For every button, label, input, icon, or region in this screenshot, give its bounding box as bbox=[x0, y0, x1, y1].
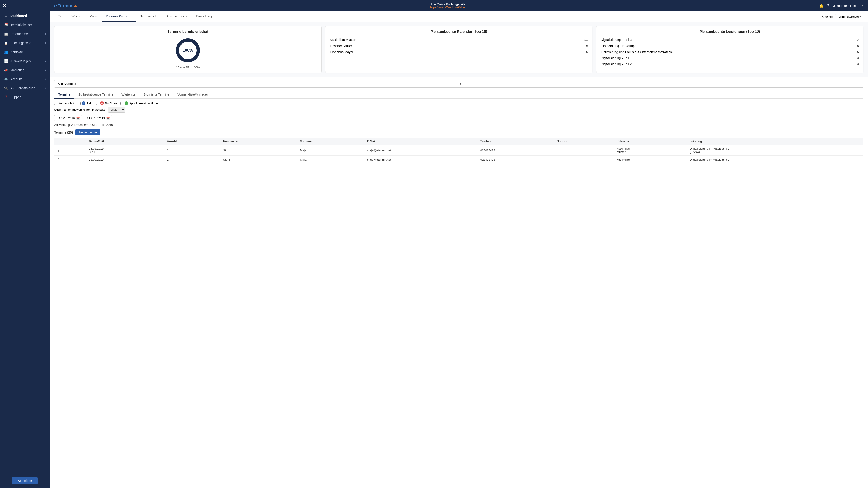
notification-icon[interactable]: 🔔 bbox=[819, 4, 824, 8]
table-cell[interactable]: ⋮ bbox=[54, 156, 87, 164]
table-body: ⋮23.09.201908:001SturzMajamaja@etermin.n… bbox=[54, 145, 864, 164]
service-name: Digitalisierung – Teil 2 bbox=[601, 62, 631, 66]
start-date-value: 09 / 21 / 2019 bbox=[57, 117, 75, 120]
end-date-value: 11 / 01 / 2019 bbox=[87, 117, 105, 120]
table-cell: Sturz bbox=[221, 145, 298, 156]
tab-tag[interactable]: Tag bbox=[54, 11, 68, 22]
table-cell: Sturz bbox=[221, 156, 298, 164]
tab-abwesenheiten[interactable]: Abwesenheiten bbox=[162, 11, 192, 22]
service-list-item: Digitalisierung – Teil 24 bbox=[601, 61, 859, 67]
row-menu-icon[interactable]: ⋮ bbox=[57, 149, 60, 152]
sidebar-item-auswertungen[interactable]: 📊 Auswertungen › bbox=[0, 57, 50, 66]
sidebar-icon-8: 🔌 bbox=[4, 86, 8, 90]
kriterium-select[interactable]: Termin Startdatum Buchungsdatum bbox=[835, 14, 864, 20]
calendar-list: Maximilian Muster11Lieschen Müller9Franz… bbox=[330, 37, 588, 55]
filter-confirmed[interactable]: ✓ Appointment confirmed bbox=[121, 101, 160, 105]
logo: eTermin ☁ bbox=[54, 3, 77, 8]
sidebar-item-kontakte[interactable]: 👥 Kontakte bbox=[0, 47, 50, 57]
filter-kein-attribut-checkbox[interactable] bbox=[54, 102, 57, 105]
start-date-calendar-icon: 📅 bbox=[76, 117, 80, 120]
filter-paid[interactable]: $ Paid bbox=[78, 101, 92, 105]
sub-tab-vormerkliste/anfragen[interactable]: Vormerkliste/Anfragen bbox=[174, 91, 213, 99]
sidebar-label-4: Kontakte bbox=[10, 50, 46, 54]
termine-count: Termine (25) bbox=[54, 131, 73, 134]
service-name: Digitalisierung – Teil 3 bbox=[601, 38, 631, 41]
table-cell: 1 bbox=[165, 156, 221, 164]
table-cell: 023423423 bbox=[478, 156, 555, 164]
tab-woche[interactable]: Woche bbox=[68, 11, 86, 22]
calendar-count: 11 bbox=[584, 38, 588, 41]
user-email[interactable]: video@etermin.net bbox=[833, 4, 857, 7]
row-menu-icon[interactable]: ⋮ bbox=[57, 158, 60, 162]
table-cell bbox=[555, 156, 615, 164]
sidebar-label-2: Unternehmen bbox=[10, 32, 43, 36]
sidebar-label-9: Support bbox=[10, 95, 46, 99]
sidebar-item-account[interactable]: ⚙️ Account › bbox=[0, 74, 50, 84]
help-icon[interactable]: ? bbox=[827, 4, 829, 8]
sidebar-arrow-3: › bbox=[45, 41, 46, 44]
filter-kein-attribut[interactable]: Kein Attribut bbox=[54, 102, 74, 105]
sidebar-arrow-7: › bbox=[45, 77, 46, 80]
sub-tab-warteliste[interactable]: Warteliste bbox=[117, 91, 140, 99]
search-criteria-label: Suchkriterien (gewählte Terminattribute) bbox=[54, 108, 106, 111]
service-count: 5 bbox=[857, 44, 859, 48]
sidebar-item-api-schnittstellen[interactable]: 🔌 API Schnittstellen › bbox=[0, 84, 50, 93]
booking-label: Ihre Online Buchungsseite bbox=[82, 2, 814, 6]
tab-monat[interactable]: Monat bbox=[86, 11, 102, 22]
stat-card-done: Termine bereits erledigt 100% 25 von 25 … bbox=[54, 26, 322, 73]
table-header-Nachname: Nachname bbox=[221, 138, 298, 145]
sidebar-icon-4: 👥 bbox=[4, 50, 8, 54]
logout-button[interactable]: Abmelden bbox=[12, 477, 37, 484]
sidebar-item-buchungsseite[interactable]: 📋 Buchungsseite › bbox=[0, 38, 50, 47]
tab-terminsuche[interactable]: Terminsuche bbox=[136, 11, 162, 22]
table-cell: maja@etermin.net bbox=[365, 156, 478, 164]
sidebar-item-support[interactable]: ❓ Support bbox=[0, 93, 50, 102]
criteria-select[interactable]: UND ODER bbox=[108, 107, 125, 112]
sidebar-icon-0: ⊞ bbox=[4, 13, 8, 18]
sidebar-item-marketing[interactable]: 📣 Marketing › bbox=[0, 66, 50, 74]
start-date-input[interactable]: 09 / 21 / 2019 📅 bbox=[54, 115, 82, 121]
filter-no-show-checkbox[interactable] bbox=[96, 102, 99, 105]
sidebar-item-unternehmen[interactable]: 🏢 Unternehmen › bbox=[0, 29, 50, 38]
close-icon[interactable]: ✕ bbox=[3, 3, 6, 8]
sidebar: ✕ ⊞ Dashboard 📅 Terminkalender 🏢 Unterne… bbox=[0, 0, 50, 488]
sidebar-label-3: Buchungsseite bbox=[10, 41, 43, 45]
sub-tab-stornierte-termine[interactable]: Stornierte Termine bbox=[140, 91, 174, 99]
sidebar-icon-3: 📋 bbox=[4, 41, 8, 45]
booking-url[interactable]: https://www.eTermin.net/video bbox=[82, 6, 814, 9]
table-cell: MaximilianMuster bbox=[614, 145, 687, 156]
user-dropdown-icon[interactable]: ▼ bbox=[861, 4, 864, 7]
calendar-selector-label: Alle Kalender bbox=[58, 82, 459, 86]
filter-no-show[interactable]: ✕ No Show bbox=[96, 101, 117, 105]
appointments-table: Datum/ZeitAnzahlNachnameVornameE-MailTel… bbox=[54, 138, 864, 164]
table-cell: Maja bbox=[298, 145, 365, 156]
sub-tab-termine[interactable]: Termine bbox=[54, 91, 74, 99]
neuer-termin-button[interactable]: Neuer Termin bbox=[75, 129, 100, 135]
logo-termin: Termin bbox=[58, 3, 72, 8]
filter-no-show-label: No Show bbox=[105, 102, 117, 105]
table-header-E-Mail: E-Mail bbox=[365, 138, 478, 145]
sidebar-icon-7: ⚙️ bbox=[4, 77, 8, 81]
filter-confirmed-checkbox[interactable] bbox=[121, 102, 123, 105]
calendar-selector[interactable]: Alle Kalender ▼ bbox=[54, 80, 864, 88]
service-list-item: Optimierung und Fokus auf Unternehmensst… bbox=[601, 49, 859, 55]
logo-e: e bbox=[54, 3, 57, 8]
stat-card-kalender-title: Meistgebuchte Kalender (Top 10) bbox=[330, 30, 588, 34]
confirmed-icon: ✓ bbox=[125, 101, 128, 105]
sidebar-item-terminkalender[interactable]: 📅 Terminkalender bbox=[0, 20, 50, 29]
filter-paid-checkbox[interactable] bbox=[78, 102, 81, 105]
termine-header: Termine (25) Neuer Termin bbox=[54, 129, 864, 135]
table-cell: Digitalisierung im Mittelstand 1(97244) bbox=[687, 145, 864, 156]
table-cell bbox=[555, 145, 615, 156]
stat-card-leistungen-title: Meistgebuchte Leistungen (Top 10) bbox=[601, 30, 859, 34]
sub-tab-zu-bestätigende-termine[interactable]: Zu bestätigende Termine bbox=[74, 91, 117, 99]
table-header-Telefon: Telefon bbox=[478, 138, 555, 145]
tab-einstellungen[interactable]: Einstellungen bbox=[192, 11, 219, 22]
sidebar-item-dashboard[interactable]: ⊞ Dashboard bbox=[0, 11, 50, 20]
table-cell[interactable]: ⋮ bbox=[54, 145, 87, 156]
end-date-input[interactable]: 11 / 01 / 2019 📅 bbox=[85, 115, 113, 121]
service-count: 7 bbox=[857, 38, 859, 41]
tab-eigener-zeitraum[interactable]: Eigener Zeitraum bbox=[102, 11, 136, 22]
stats-row: Termine bereits erledigt 100% 25 von 25 … bbox=[50, 22, 868, 77]
table-cell: Digitalisierung im Mittelstand 2 bbox=[687, 156, 864, 164]
